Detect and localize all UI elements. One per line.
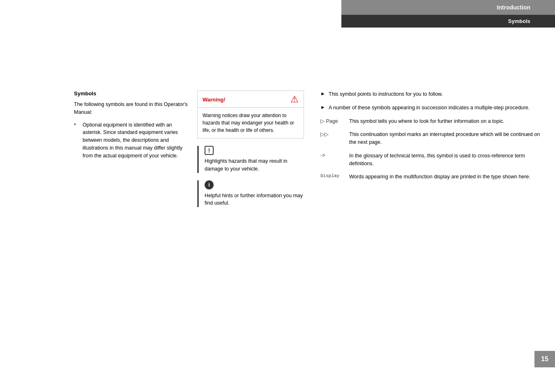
- asterisk-symbol: *: [74, 121, 76, 160]
- symbol-key-label: ->: [320, 152, 345, 158]
- warning-label: Warning!: [203, 97, 226, 103]
- intro-label: Introduction: [497, 4, 530, 11]
- hazard-content: ! Highlights hazards that may result in …: [199, 146, 304, 173]
- info-box: i Helpful hints or further information y…: [197, 180, 304, 208]
- symbol-key-item: ▷▷ This continuation symbol marks an int…: [320, 131, 547, 146]
- symbol-bullet-text: This symbol points to instructions for y…: [329, 90, 547, 98]
- bullet-arrow-icon: ►: [320, 90, 329, 97]
- asterisk-item: * Optional equipment is identified with …: [74, 121, 189, 160]
- info-content: i Helpful hints or further information y…: [199, 180, 304, 208]
- header-section: Introduction Symbols: [341, 0, 555, 28]
- hazard-text: Highlights hazards that may result in da…: [205, 157, 304, 173]
- warning-triangle-icon: ⚠: [290, 95, 299, 104]
- info-text: Helpful hints or further information you…: [205, 192, 304, 208]
- warning-header: Warning! ⚠: [198, 91, 304, 108]
- symbol-key-desc: This symbol tells you where to look for …: [349, 118, 547, 125]
- symbol-key-desc: This continuation symbol marks an interr…: [349, 131, 547, 146]
- middle-column: Warning! ⚠ Warning notices draw your att…: [197, 90, 316, 207]
- symbol-key-label: ▷▷: [320, 131, 345, 137]
- symbols-bar: Symbols: [341, 15, 555, 28]
- symbol-key-desc: In the glossary of technical terms, this…: [349, 152, 547, 168]
- intro-text: The following symbols are found in this …: [74, 101, 189, 116]
- asterisk-description: Optional equipment is identified with an…: [83, 121, 189, 160]
- symbol-bullet-item: ► A number of these symbols appearing in…: [320, 104, 547, 112]
- symbol-bullet-text: A number of these symbols appearing in s…: [329, 104, 547, 112]
- section-title: Symbols: [74, 90, 189, 97]
- intro-bar: Introduction: [341, 0, 555, 15]
- symbol-key-item: ▷ Page This symbol tells you where to lo…: [320, 118, 547, 125]
- main-content: Symbols The following symbols are found …: [0, 0, 555, 232]
- hazard-icon: !: [205, 146, 214, 155]
- warning-body: Warning notices draw your attention to h…: [198, 108, 304, 138]
- page-number: 15: [534, 351, 555, 367]
- bullet-arrow-icon: ►: [320, 104, 329, 110]
- page-container: Introduction Symbols Symbols The followi…: [0, 0, 555, 392]
- info-icon: i: [205, 180, 214, 189]
- symbol-key-item: -> In the glossary of technical terms, t…: [320, 152, 547, 168]
- symbols-label: Symbols: [508, 18, 530, 24]
- symbol-key-label: Display: [320, 173, 345, 178]
- left-column: Symbols The following symbols are found …: [74, 90, 197, 207]
- warning-box: Warning! ⚠ Warning notices draw your att…: [197, 90, 304, 138]
- symbol-key-label: ▷ Page: [320, 118, 345, 124]
- symbol-key-desc: Words appearing in the multifunction dis…: [349, 173, 547, 181]
- symbol-key-item: Display Words appearing in the multifunc…: [320, 173, 547, 181]
- symbol-bullet-item: ► This symbol points to instructions for…: [320, 90, 547, 98]
- hazard-box: ! Highlights hazards that may result in …: [197, 146, 304, 173]
- right-column: ► This symbol points to instructions for…: [316, 90, 547, 207]
